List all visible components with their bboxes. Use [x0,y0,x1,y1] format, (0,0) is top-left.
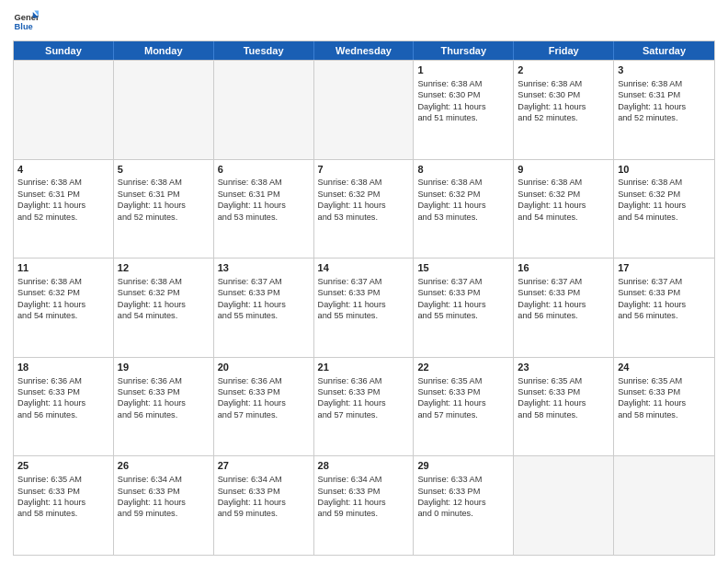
day-info-line: Daylight: 11 hours [17,299,109,310]
day-info-line: and 56 minutes. [118,409,210,420]
day-info-line: Sunrise: 6:36 AM [218,375,310,386]
calendar-cell [314,61,415,159]
day-info-line: and 54 minutes. [118,310,210,321]
day-info-line: Sunrise: 6:38 AM [618,177,711,188]
calendar-cell: 22Sunrise: 6:35 AMSunset: 6:33 PMDayligh… [414,358,514,456]
calendar-cell [14,61,114,159]
day-info-line: and 0 minutes. [417,508,509,519]
day-number: 8 [417,163,509,177]
day-info-line: Sunrise: 6:34 AM [218,474,310,485]
day-info-line: Daylight: 11 hours [218,299,310,310]
day-info-line: Sunrise: 6:38 AM [618,78,711,89]
svg-text:Blue: Blue [15,22,33,31]
day-info-line: Daylight: 12 hours [417,497,509,508]
day-info-line: and 58 minutes. [17,508,109,519]
day-info-line: Sunset: 6:31 PM [17,189,109,200]
day-info-line: Daylight: 11 hours [618,200,711,211]
day-number: 3 [618,63,711,77]
day-info-line: Daylight: 11 hours [17,497,109,508]
day-info-line: Sunrise: 6:33 AM [417,474,509,485]
header-day: Wednesday [314,41,415,60]
day-info-line: Daylight: 11 hours [618,299,711,310]
header-day: Friday [514,41,614,60]
day-info-line: and 53 minutes. [318,212,410,223]
day-info-line: Sunset: 6:33 PM [318,287,410,298]
day-info-line: Sunset: 6:33 PM [218,386,310,397]
calendar-row: 4Sunrise: 6:38 AMSunset: 6:31 PMDaylight… [14,159,714,259]
day-info-line: Daylight: 11 hours [17,397,109,408]
header-day: Saturday [614,41,714,60]
day-info-line: Sunset: 6:32 PM [318,189,410,200]
calendar-page: General Blue SundayMondayTuesdayWednesda… [0,0,728,563]
day-info-line: Sunrise: 6:37 AM [417,276,509,287]
day-info-line: and 54 minutes. [17,310,109,321]
day-info-line: Sunrise: 6:36 AM [17,375,109,386]
day-info-line: and 52 minutes. [118,212,210,223]
day-info-line: and 59 minutes. [118,508,210,519]
day-info-line: Sunset: 6:32 PM [118,287,210,298]
day-info-line: Sunset: 6:33 PM [218,486,310,497]
day-info-line: Sunset: 6:30 PM [417,89,509,100]
calendar: SundayMondayTuesdayWednesdayThursdayFrid… [13,40,715,556]
day-info-line: and 59 minutes. [318,508,410,519]
day-info-line: Daylight: 11 hours [118,200,210,211]
day-info-line: Sunset: 6:33 PM [618,386,711,397]
day-info-line: Daylight: 11 hours [17,200,109,211]
day-info-line: and 55 minutes. [218,310,310,321]
day-number: 18 [17,361,109,374]
day-info-line: Sunset: 6:33 PM [17,486,109,497]
day-info-line: Sunset: 6:33 PM [17,386,109,397]
calendar-cell: 10Sunrise: 6:38 AMSunset: 6:32 PMDayligh… [614,160,714,259]
calendar-cell: 25Sunrise: 6:35 AMSunset: 6:33 PMDayligh… [14,456,114,555]
day-info-line: Sunrise: 6:35 AM [417,375,509,386]
day-info-line: Sunset: 6:33 PM [518,386,609,397]
calendar-cell: 7Sunrise: 6:38 AMSunset: 6:32 PMDaylight… [314,160,415,259]
logo-icon: General Blue [13,9,39,35]
day-info-line: Sunset: 6:33 PM [417,287,509,298]
calendar-cell: 29Sunrise: 6:33 AMSunset: 6:33 PMDayligh… [414,456,514,555]
header-day: Thursday [414,41,514,60]
day-info-line: Sunset: 6:33 PM [618,287,711,298]
day-info-line: and 51 minutes. [417,112,509,123]
day-info-line: Daylight: 11 hours [218,497,310,508]
day-info-line: Daylight: 11 hours [417,299,509,310]
calendar-row: 11Sunrise: 6:38 AMSunset: 6:32 PMDayligh… [14,258,714,357]
calendar-row: 18Sunrise: 6:36 AMSunset: 6:33 PMDayligh… [14,357,714,456]
calendar-row: 1Sunrise: 6:38 AMSunset: 6:30 PMDaylight… [14,60,714,159]
day-number: 2 [518,63,609,77]
day-info-line: and 53 minutes. [417,212,509,223]
calendar-cell: 4Sunrise: 6:38 AMSunset: 6:31 PMDaylight… [14,160,114,259]
calendar-cell: 23Sunrise: 6:35 AMSunset: 6:33 PMDayligh… [514,358,614,456]
day-info-line: Sunset: 6:33 PM [417,486,509,497]
day-info-line: and 56 minutes. [17,409,109,420]
day-info-line: and 52 minutes. [17,212,109,223]
day-info-line: Sunset: 6:31 PM [218,189,310,200]
day-number: 1 [417,63,509,77]
day-number: 4 [17,163,109,177]
day-info-line: and 58 minutes. [518,409,609,420]
calendar-cell [614,456,714,555]
day-number: 26 [118,459,210,473]
day-number: 17 [618,261,711,275]
day-info-line: and 57 minutes. [417,409,509,420]
day-info-line: Sunset: 6:33 PM [118,486,210,497]
day-info-line: Sunrise: 6:37 AM [218,276,310,287]
calendar-cell: 24Sunrise: 6:35 AMSunset: 6:33 PMDayligh… [614,358,714,456]
day-number: 13 [218,261,310,275]
day-info-line: Sunrise: 6:38 AM [118,177,210,188]
calendar-cell: 5Sunrise: 6:38 AMSunset: 6:31 PMDaylight… [114,160,214,259]
day-number: 29 [417,459,509,473]
day-info-line: and 52 minutes. [518,112,609,123]
calendar-cell: 11Sunrise: 6:38 AMSunset: 6:32 PMDayligh… [14,259,114,357]
day-info-line: Sunrise: 6:36 AM [318,375,410,386]
day-number: 15 [417,261,509,275]
day-info-line: Sunset: 6:33 PM [218,287,310,298]
calendar-cell: 15Sunrise: 6:37 AMSunset: 6:33 PMDayligh… [414,259,514,357]
day-info-line: Sunrise: 6:37 AM [618,276,711,287]
day-info-line: Daylight: 11 hours [417,397,509,408]
day-info-line: and 55 minutes. [318,310,410,321]
day-info-line: and 57 minutes. [318,409,410,420]
day-info-line: Daylight: 11 hours [318,299,410,310]
day-number: 20 [218,361,310,374]
day-info-line: Sunrise: 6:34 AM [118,474,210,485]
